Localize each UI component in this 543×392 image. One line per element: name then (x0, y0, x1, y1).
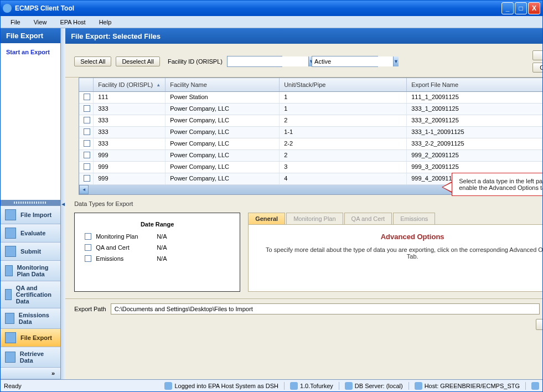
table-row[interactable]: 333Power Company, LLC1-1333_1-1_20091125 (79, 127, 542, 138)
sidebar-header: File Export (1, 28, 60, 43)
dt-name: Monitoring Plan (96, 233, 157, 240)
table-row[interactable]: 999Power Company, LLC2999_2_20091125 (79, 150, 542, 162)
col-facility-id[interactable]: Facility ID (ORISPL)▲ (94, 78, 166, 91)
row-checkbox[interactable] (84, 128, 90, 135)
cell-unit-stack-pipe: 1-1 (280, 127, 407, 138)
monitor-icon (5, 265, 13, 276)
nav-evaluate[interactable]: Evaluate (1, 224, 60, 243)
status-combo[interactable]: ▼ (312, 56, 378, 67)
table-row[interactable]: 333Power Company, LLC2333_2_20091125 (79, 115, 542, 127)
evaluate-icon (5, 228, 16, 239)
col-unit-stack-pipe[interactable]: Unit/Stack/Pipe (280, 78, 407, 91)
cell-facility-id: 111 (94, 92, 166, 103)
table-row[interactable]: 333Power Company, LLC1333_1_20091125 (79, 104, 542, 115)
sidebar-splitter[interactable] (1, 200, 60, 205)
filter-toolbar: Select All Deselect All Facility ID (ORI… (65, 44, 542, 78)
row-checkbox[interactable] (84, 117, 90, 123)
menu-help[interactable]: Help (92, 18, 118, 27)
cell-facility-id: 333 (94, 104, 166, 115)
clear-filter-button[interactable]: Clear Filter (532, 63, 542, 73)
checkbox-qa-cert[interactable] (85, 244, 91, 251)
minimize-button[interactable]: _ (501, 2, 514, 14)
nav-qa-cert[interactable]: QA and Certification Data (1, 281, 60, 308)
row-checkbox[interactable] (84, 175, 90, 182)
cell-facility-name: Power Company, LLC (166, 104, 280, 115)
export-path-input[interactable] (111, 303, 540, 314)
col-export-file-name[interactable]: Export File Name (407, 78, 542, 91)
dropdown-icon[interactable]: ▼ (393, 56, 399, 66)
cell-export-file-name: 333_1-1_20091125 (407, 127, 542, 138)
deselect-all-button[interactable]: Deselect All (116, 56, 159, 66)
row-checkbox[interactable] (84, 152, 90, 158)
start-export-link[interactable]: Start an Export (6, 49, 50, 55)
dt-name: QA and Cert (96, 244, 157, 251)
cell-unit-stack-pipe: 2 (280, 150, 407, 161)
cell-facility-name: Power Company, LLC (166, 127, 280, 138)
advanced-options-panel: General Monitoring Plan QA and Cert Emis… (248, 213, 542, 292)
cell-facility-name: Power Company, LLC (166, 150, 280, 161)
checkbox-monitoring-plan[interactable] (85, 233, 91, 240)
filter-button[interactable]: Filter (532, 50, 542, 60)
nav-file-export[interactable]: File Export (1, 329, 60, 347)
table-row[interactable]: 999Power Company, LLC3999_3_20091125 (79, 162, 542, 173)
nav-label: Evaluate (20, 230, 45, 236)
nav-monitoring-plan[interactable]: Monitoring Plan Data (1, 261, 60, 281)
cell-facility-name: Power Company, LLC (166, 115, 280, 126)
nav-submit[interactable]: Submit (1, 243, 60, 261)
sidebar-nav: File Import Evaluate Submit Monitoring P… (1, 205, 60, 379)
globe-icon (290, 382, 298, 390)
select-all-button[interactable]: Select All (74, 56, 111, 66)
nav-retrieve[interactable]: Retrieve Data (1, 347, 60, 368)
maximize-button[interactable]: □ (515, 2, 527, 14)
menu-epa-host[interactable]: EPA Host (53, 18, 92, 27)
tab-qa-cert[interactable]: QA and Cert (344, 213, 392, 224)
menu-file[interactable]: File (4, 18, 27, 27)
advanced-options-title: Advanced Options (260, 233, 542, 241)
status-ready: Ready (4, 383, 22, 389)
grid-header: Facility ID (ORISPL)▲ Facility Name Unit… (79, 78, 542, 92)
row-checkbox[interactable] (84, 105, 90, 112)
db-icon (345, 382, 353, 390)
data-types-panel: Date Range Monitoring PlanN/A QA and Cer… (65, 209, 542, 298)
cell-facility-id: 333 (94, 127, 166, 138)
corner-grip-icon (531, 382, 539, 390)
retrieve-icon (5, 352, 15, 363)
advanced-options-text: To specify more detail about the type of… (260, 246, 542, 260)
dt-range: N/A (157, 244, 167, 251)
sidebar-body: Start an Export (1, 43, 60, 200)
app-icon (3, 4, 12, 13)
export-button[interactable]: Export (536, 319, 542, 330)
menu-view[interactable]: View (27, 18, 54, 27)
dt-emissions: EmissionsN/A (85, 255, 230, 262)
cell-export-file-name: 111_1_20091125 (407, 92, 542, 103)
facility-id-label: Facility ID (ORISPL) (168, 58, 223, 65)
nav-file-import[interactable]: File Import (1, 206, 60, 224)
tab-emissions[interactable]: Emissions (393, 213, 435, 224)
scroll-left-icon[interactable]: ◄ (79, 185, 89, 194)
main-header: File Export: Selected Files ? (65, 28, 542, 44)
dt-qa-cert: QA and CertN/A (85, 244, 230, 251)
dt-range: N/A (157, 233, 167, 240)
nav-emissions[interactable]: Emissions Data (1, 308, 60, 329)
main-title: File Export: Selected Files (71, 32, 161, 40)
tab-monitoring-plan[interactable]: Monitoring Plan (286, 213, 343, 224)
facility-id-input[interactable] (227, 56, 308, 66)
table-row[interactable]: 111Power Station1111_1_20091125 (79, 92, 542, 104)
nav-expand-button[interactable]: » (1, 368, 60, 379)
tab-general[interactable]: General (248, 213, 285, 224)
row-checkbox[interactable] (84, 140, 90, 147)
vertical-splitter[interactable]: ◄ (61, 28, 65, 379)
table-row[interactable]: 333Power Company, LLC2-2333_2-2_20091125 (79, 138, 542, 150)
export-path-row: Export Path Browse (65, 298, 542, 314)
content: File Export Start an Export File Import … (1, 28, 542, 379)
col-facility-name[interactable]: Facility Name (166, 78, 280, 91)
row-checkbox[interactable] (84, 163, 90, 170)
row-checkbox[interactable] (84, 94, 90, 100)
close-button[interactable]: X (528, 2, 540, 14)
status-input[interactable] (312, 56, 393, 66)
col-checkbox[interactable] (79, 78, 94, 91)
checkbox-emissions[interactable] (85, 255, 91, 262)
cell-export-file-name: 333_2_20091125 (407, 115, 542, 126)
user-icon (164, 382, 172, 390)
facility-id-combo[interactable]: ▼ (227, 56, 282, 67)
